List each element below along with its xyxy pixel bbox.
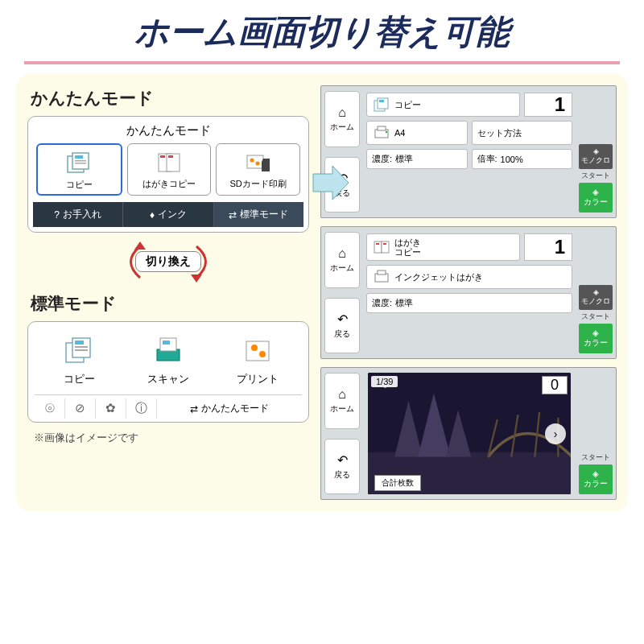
density-card[interactable]: 濃度:標準 [366,149,468,169]
nfc-icon[interactable]: ⦾ [35,398,65,419]
svg-marker-12 [134,242,146,250]
hagaki-icon [372,239,391,255]
printer-icon [372,269,391,285]
back-icon: ↶ [337,312,348,327]
photo-actions: スタート ◈カラー [576,368,616,499]
hagaki-main: はがきコピー 1 インクジェットはがき 濃度:標準 [363,227,576,358]
svg-rect-33 [376,243,379,245]
link-icon[interactable]: ⊘ [65,398,96,419]
svg-rect-4 [75,163,86,164]
std-tile-scan[interactable]: スキャン [127,335,210,386]
tab-ink[interactable]: ♦インク [123,202,213,227]
swap-area: 切り換え [27,237,309,286]
copy-icon [61,335,97,367]
hagaki-count[interactable]: 1 [524,233,572,261]
svg-point-23 [251,345,258,351]
color-button[interactable]: ◈カラー [579,324,613,353]
simple-panel-head: かんたんモード [33,122,303,143]
copy-title-card[interactable]: コピー [366,93,520,117]
question-icon: ? [54,209,60,221]
gear-icon[interactable]: ✿ [96,398,126,419]
svg-rect-9 [247,155,263,168]
chevron-right-icon: › [554,427,558,440]
svg-rect-16 [75,341,84,345]
photo-main: 1/39 0 › 合計枚数 [363,368,576,499]
footnote: ※画像はイメージです [27,427,309,445]
svg-point-11 [255,162,259,166]
home-button[interactable]: ⌂ホーム [324,232,360,288]
standard-tiles: コピー スキャン プリント [35,330,302,394]
back-button[interactable]: ↶戻る [324,298,360,354]
home-icon: ⌂ [338,246,346,261]
svg-rect-18 [75,349,88,351]
sdcard-icon [244,151,273,175]
back-icon: ↶ [337,452,348,468]
drop-icon: ♦ [150,209,155,221]
standard-mode-label: 標準モード [27,291,309,316]
simple-tiles: コピー はがきコピー SDカード印刷 [33,143,303,196]
std-tile-print[interactable]: プリント [216,335,299,386]
photo-preview[interactable]: 1/39 0 › 合計枚数 [368,373,571,494]
hagaki-density-card[interactable]: 濃度:標準 [366,293,572,313]
print-icon [240,335,275,367]
std-tile-copy[interactable]: コピー [38,335,121,386]
photo-screen: ⌂ホーム ↶戻る 1/39 0 [320,367,617,500]
svg-point-10 [250,159,254,163]
photo-total-label[interactable]: 合計枚数 [374,475,421,491]
photo-count[interactable]: 0 [542,376,568,394]
screen-sidebar: ⌂ホーム ↶戻る [321,368,363,499]
next-button[interactable]: › [545,423,566,444]
home-button[interactable]: ⌂ホーム [324,91,360,147]
color-button[interactable]: ◈カラー [579,464,613,494]
copy-count[interactable]: 1 [524,93,572,117]
mono-button[interactable]: ◈モノクロ [579,285,613,310]
home-icon: ⌂ [338,387,346,402]
std-scan-label: スキャン [127,372,210,386]
hagaki-title-card[interactable]: はがきコピー [366,233,520,261]
paper-card[interactable]: A4 [366,121,468,145]
svg-rect-27 [378,98,388,109]
tab-standard-mode[interactable]: ⇄標準モード [214,202,303,227]
copy-actions: ◈モノクロ スタート ◈カラー [576,86,616,217]
home-icon: ⌂ [338,105,346,120]
simple-mode-label: かんたんモード [27,85,309,111]
photo-pager: 1/39 [371,376,398,387]
home-button[interactable]: ⌂ホーム [324,373,360,429]
mono-button[interactable]: ◈モノクロ [579,144,613,169]
simple-panel: かんたんモード コピー はがきコピー [27,116,309,233]
tile-hagaki[interactable]: はがきコピー [127,143,212,196]
tab-maintenance[interactable]: ?お手入れ [33,202,123,227]
scan-icon [151,335,186,367]
svg-rect-3 [75,160,86,162]
info-icon[interactable]: ⓘ [126,398,157,419]
standard-footer: ⦾ ⊘ ✿ ⓘ ⇄かんたんモード [35,394,302,419]
media-card[interactable]: インクジェットはがき [366,265,572,289]
tile-copy[interactable]: コピー [36,143,122,196]
back-button[interactable]: ↶戻る [324,439,360,495]
main-area: かんたんモード かんたんモード コピー はがきコピー [16,74,628,511]
tile-sdcard[interactable]: SDカード印刷 [216,143,300,196]
start-label: スタート [579,452,613,463]
svg-rect-22 [246,341,269,361]
hagaki-actions: ◈モノクロ スタート ◈カラー [576,227,616,358]
left-column: かんたんモード かんたんモード コピー はがきコピー [27,85,309,500]
title-underline [24,61,620,64]
svg-point-31 [386,131,387,133]
swap-badge: 切り換え [135,251,201,272]
color-button[interactable]: ◈カラー [579,183,613,213]
svg-rect-35 [383,243,386,245]
start-label: スタート [579,312,613,322]
std-print-label: プリント [216,372,299,386]
hagaki-icon [155,151,184,175]
svg-marker-25 [313,166,349,200]
ratio-card[interactable]: 倍率:100% [472,149,573,169]
svg-point-24 [259,351,266,357]
std-copy-label: コピー [38,372,121,386]
printer-icon [372,125,391,141]
set-method-card[interactable]: セット方法 [472,121,573,145]
svg-rect-2 [75,155,83,159]
svg-rect-21 [163,341,170,345]
svg-rect-28 [379,100,384,102]
right-column: ⌂ホーム ↶戻る コピー 1 A4 セット方法 [320,85,617,500]
foot-simple-mode[interactable]: ⇄かんたんモード [157,398,302,419]
